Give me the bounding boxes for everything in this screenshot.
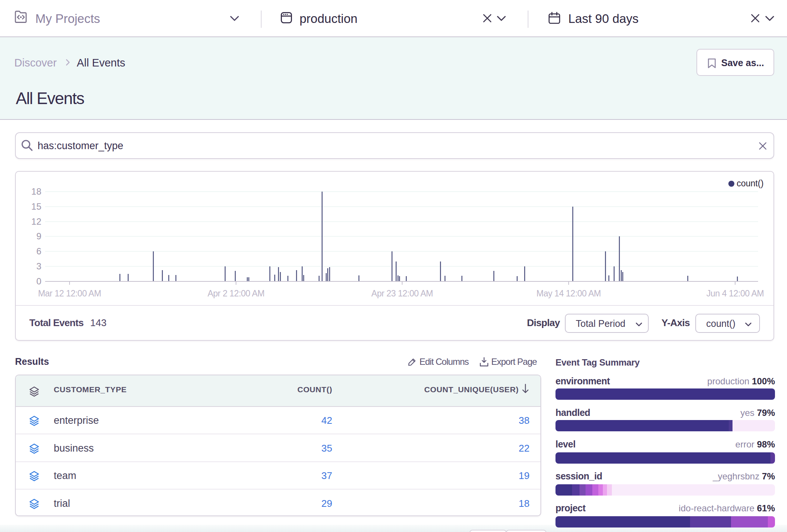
svg-text:3: 3 <box>36 261 41 271</box>
svg-text:Jun 4 12:00 AM: Jun 4 12:00 AM <box>707 289 764 298</box>
svg-text:6: 6 <box>36 246 41 256</box>
svg-text:Mar 12 12:00 AM: Mar 12 12:00 AM <box>38 289 101 298</box>
svg-text:12: 12 <box>31 216 41 227</box>
svg-text:0: 0 <box>36 276 41 286</box>
svg-text:Apr 2 12:00 AM: Apr 2 12:00 AM <box>207 289 265 298</box>
svg-text:18: 18 <box>31 186 41 196</box>
svg-text:Apr 23 12:00 AM: Apr 23 12:00 AM <box>371 289 433 298</box>
svg-text:9: 9 <box>36 231 41 241</box>
svg-text:15: 15 <box>31 201 41 212</box>
svg-text:May 14 12:00 AM: May 14 12:00 AM <box>536 289 601 298</box>
